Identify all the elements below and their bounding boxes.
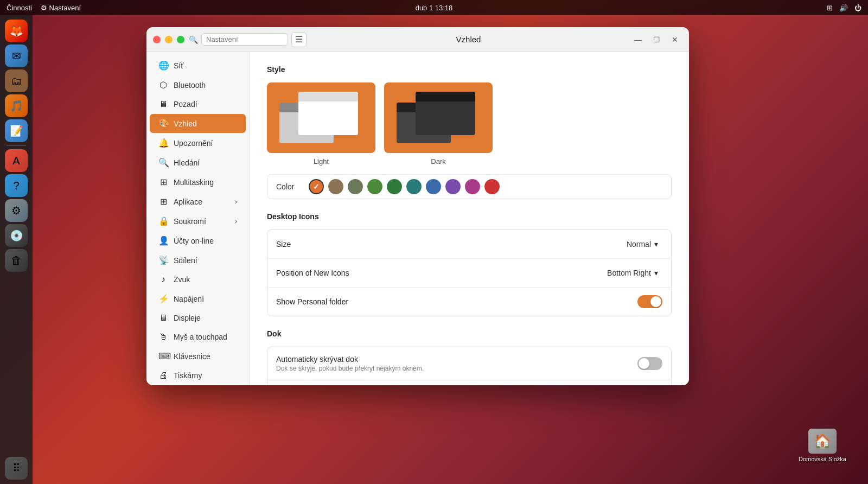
upozorneni-label: Upozornění: [174, 139, 213, 148]
sidebar-item-aplikace[interactable]: ⊞Aplikace›: [150, 192, 246, 211]
disc-icon[interactable]: 💿: [5, 224, 28, 247]
color-swatch-green[interactable]: [367, 179, 382, 194]
position-label: Position of New Icons: [276, 269, 603, 277]
store-icon[interactable]: A: [5, 149, 28, 172]
sdileni-label: Sdílení: [174, 256, 197, 265]
light-win2-bar: [298, 92, 358, 101]
datetime-label: dub 1 13:18: [416, 4, 453, 12]
dock: 🦊✉🗂🎵📝A?⚙💿🗑⠿: [0, 15, 33, 484]
light-thumb[interactable]: [267, 82, 375, 153]
style-option-light[interactable]: Light: [267, 82, 375, 165]
style-option-dark[interactable]: Dark: [384, 82, 493, 165]
color-swatches: ✓: [309, 179, 500, 194]
window-close-button[interactable]: ✕: [667, 32, 682, 47]
aplikace-arrow-icon: ›: [235, 198, 237, 206]
sdileni-icon: 📡: [158, 255, 168, 265]
mys-label: Myš a touchpad: [174, 333, 227, 341]
folder-label: Domovská Složka: [799, 456, 846, 462]
dock-divider: [7, 145, 26, 146]
color-swatch-blue[interactable]: [426, 179, 441, 194]
show-personal-toggle[interactable]: [637, 295, 662, 308]
color-row: Color ✓: [267, 174, 672, 199]
color-swatch-purple[interactable]: [445, 179, 461, 194]
mail-icon[interactable]: ✉: [5, 44, 28, 67]
dok-title: Dok: [267, 329, 672, 338]
dark-win2: [416, 92, 475, 135]
color-swatch-red[interactable]: [484, 179, 500, 194]
window-minimize-button[interactable]: —: [630, 32, 646, 47]
auto-hide-knob: [639, 358, 649, 369]
dark-label: Dark: [431, 157, 445, 165]
upozorneni-icon: 🔔: [158, 138, 168, 148]
sidebar-item-displeje[interactable]: 🖥Displeje: [150, 309, 246, 327]
window-title: Vzhled: [307, 35, 630, 44]
color-swatch-teal[interactable]: [406, 179, 422, 194]
radio-icon[interactable]: 🎵: [5, 94, 28, 117]
window-body: 🌐Síť⬡Bluetooth🖥Pozadí🎨Vzhled🔔Upozornění🔍…: [146, 52, 689, 385]
color-swatch-olive[interactable]: [348, 179, 363, 194]
close-button[interactable]: [153, 36, 161, 43]
maximize-button[interactable]: [177, 36, 184, 43]
firefox-icon[interactable]: 🦊: [5, 20, 28, 42]
app-grid-icon[interactable]: ⠿: [5, 457, 28, 480]
dok-group: Automaticky skrývat dok Dok se skryje, p…: [267, 347, 672, 385]
sidebar-item-tiskarny[interactable]: 🖨Tiskárny: [150, 366, 246, 385]
multitasking-label: Multitasking: [174, 178, 214, 187]
bluetooth-label: Bluetooth: [174, 81, 206, 90]
dark-win2-bar: [416, 92, 475, 101]
settings-icon[interactable]: ⚙: [5, 199, 28, 222]
light-win2: [298, 92, 358, 135]
auto-hide-labels: Automaticky skrývat dok Dok se skryje, p…: [276, 355, 637, 372]
auto-hide-toggle[interactable]: [637, 357, 662, 370]
color-swatch-pink[interactable]: [465, 179, 480, 194]
sidebar-item-napajeni[interactable]: ⚡Napájení: [150, 289, 246, 308]
size-dropdown[interactable]: Normal ▾: [622, 238, 662, 251]
settings-sidebar: 🌐Síť⬡Bluetooth🖥Pozadí🎨Vzhled🔔Upozornění🔍…: [146, 52, 250, 385]
sidebar-item-hledani[interactable]: 🔍Hledání: [150, 153, 246, 172]
sidebar-item-zvuk[interactable]: ♪Zvuk: [150, 270, 246, 289]
search-input[interactable]: [201, 33, 288, 46]
files-icon[interactable]: 🗂: [5, 69, 28, 92]
window-maximize-button[interactable]: ☐: [649, 32, 664, 47]
size-value: Normal: [627, 240, 651, 249]
color-swatch-orange[interactable]: ✓: [309, 179, 324, 194]
desktop-icons-group: Size Normal ▾ Position of New Icons Bott…: [267, 230, 672, 316]
window-right-controls: — ☐ ✕: [630, 32, 682, 47]
writer-icon[interactable]: 📝: [5, 119, 28, 142]
color-swatch-dark-green[interactable]: [387, 179, 402, 194]
sidebar-item-multitasking[interactable]: ⊞Multitasking: [150, 173, 246, 192]
sidebar-item-pozadi[interactable]: 🖥Pozadí: [150, 95, 246, 113]
color-swatch-tan[interactable]: [328, 179, 343, 194]
sidebar-item-ucty[interactable]: 👤Účty on-line: [150, 231, 246, 250]
settings-menu-label[interactable]: ⚙ Nastavení: [41, 4, 81, 12]
dark-thumb[interactable]: [384, 82, 493, 153]
light-label: Light: [314, 157, 329, 165]
size-chevron-icon: ▾: [654, 240, 658, 249]
color-checkmark: ✓: [313, 182, 320, 191]
displeje-icon: 🖥: [158, 313, 168, 323]
dock-bottom: ⠿: [5, 457, 28, 480]
style-section-title: Style: [267, 65, 672, 74]
sidebar-item-mys[interactable]: 🖱Myš a touchpad: [150, 328, 246, 346]
topbar: Činnosti ⚙ Nastavení dub 1 13:18 ⊞ 🔊 ⏻: [0, 0, 868, 15]
network-icon: ⊞: [827, 4, 833, 12]
activities-label[interactable]: Činnosti: [7, 4, 32, 12]
desktop-folder[interactable]: 🏠 Domovská Složka: [799, 429, 846, 462]
position-dropdown[interactable]: Bottom Right ▾: [603, 266, 662, 279]
sidebar-item-vzhled[interactable]: 🎨Vzhled: [150, 114, 246, 133]
menu-button[interactable]: ☰: [291, 32, 307, 47]
sidebar-item-upozorneni[interactable]: 🔔Upozornění: [150, 133, 246, 152]
help-icon[interactable]: ?: [5, 174, 28, 197]
sidebar-item-klavesnice[interactable]: ⌨Klávesnice: [150, 347, 246, 366]
minimize-button[interactable]: [165, 36, 173, 43]
sidebar-item-sdileni[interactable]: 📡Sdílení: [150, 251, 246, 270]
sidebar-item-soukromi[interactable]: 🔒Soukromí›: [150, 212, 246, 231]
panel-mode-row: Panel mode The dock extends to the scree…: [267, 380, 671, 385]
ucty-label: Účty on-line: [174, 237, 214, 245]
sidebar-item-bluetooth[interactable]: ⬡Bluetooth: [150, 75, 246, 94]
topbar-left: Činnosti ⚙ Nastavení: [7, 4, 81, 12]
size-row: Size Normal ▾: [267, 230, 671, 259]
trash-icon[interactable]: 🗑: [5, 249, 28, 272]
show-personal-row: Show Personal folder: [267, 288, 671, 316]
sidebar-item-sit[interactable]: 🌐Síť: [150, 56, 246, 75]
